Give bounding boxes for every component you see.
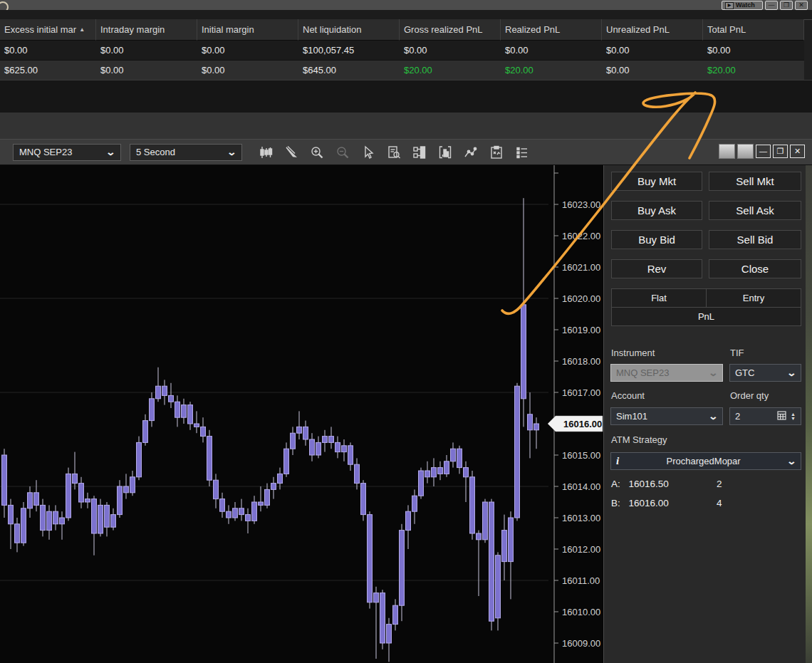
close-button[interactable]: ✕ <box>795 1 808 10</box>
svg-text:16022.00: 16022.00 <box>562 231 600 241</box>
reverse-button[interactable]: Rev <box>611 259 702 278</box>
object-list-icon[interactable] <box>514 145 530 160</box>
cell: $0.00 <box>0 41 96 61</box>
svg-text:16016.00: 16016.00 <box>563 419 602 429</box>
chart-restore-button[interactable]: ❐ <box>773 145 788 158</box>
cell: $0.00 <box>96 41 197 61</box>
stepper-down-icon[interactable]: ▼ <box>791 417 796 421</box>
watch-label: Watch <box>736 1 755 9</box>
cell: $0.00 <box>400 41 501 61</box>
cell: $0.00 <box>501 41 602 61</box>
ask-quote-row: A: 16016.50 2 <box>611 479 669 489</box>
properties-icon[interactable] <box>489 145 504 160</box>
svg-text:16023.00: 16023.00 <box>562 199 600 210</box>
account-row[interactable]: $625.00 $0.00 $0.00 $645.00 $20.00 $20.0… <box>0 61 804 80</box>
svg-text:16014.00: 16014.00 <box>562 481 600 492</box>
column-header-initial-margin[interactable]: Initial margin <box>197 19 298 41</box>
minimize-button[interactable]: — <box>765 1 778 10</box>
cell: $0.00 <box>703 41 804 61</box>
sell-market-button[interactable]: Sell Mkt <box>709 172 801 191</box>
column-header-excess-initial-margin[interactable]: Excess initial mar ▲ <box>0 19 96 41</box>
zoom-in-icon[interactable] <box>309 145 325 160</box>
buy-bid-button[interactable]: Buy Bid <box>611 230 702 249</box>
ask-prefix: A: <box>611 479 620 489</box>
app-icon <box>0 1 9 10</box>
ask-size: 2 <box>717 479 722 489</box>
instrument-dropdown[interactable]: MNQ SEP23⌄ <box>13 144 121 161</box>
buy-ask-button[interactable]: Buy Ask <box>611 201 702 220</box>
svg-text:16009.00: 16009.00 <box>562 638 600 649</box>
buy-market-button[interactable]: Buy Mkt <box>611 172 702 191</box>
panel-instrument-dropdown: MNQ SEP23⌄ <box>610 364 723 382</box>
close-position-button[interactable]: Close <box>709 259 801 278</box>
account-dropdown[interactable]: Sim101⌄ <box>610 407 723 425</box>
cell: $645.00 <box>298 61 400 80</box>
chevron-down-icon: ⌄ <box>708 413 718 420</box>
instrument-label: Instrument <box>611 348 655 358</box>
cell: $0.00 <box>96 61 197 80</box>
panel-swatch-button[interactable] <box>719 144 735 159</box>
desktop-wallpaper-edge <box>806 165 812 663</box>
trading-app-window: ▶ Watch — ❐ ✕ Excess initial mar ▲ Intra… <box>0 0 812 663</box>
panel-swatch-button[interactable] <box>737 144 754 159</box>
window-titlebar: ▶ Watch — ❐ ✕ <box>0 0 812 10</box>
svg-text:16015.00: 16015.00 <box>562 450 600 461</box>
cell: $0.00 <box>197 61 298 80</box>
window-edge-strip <box>0 10 812 20</box>
data-box-icon[interactable] <box>386 145 402 160</box>
indicators-icon[interactable] <box>412 145 427 160</box>
chevron-down-icon: ⌄ <box>227 149 236 156</box>
svg-text:16018.00: 16018.00 <box>562 356 600 367</box>
atm-strategy-dropdown[interactable]: i ProchargedMopar ⌄ <box>610 452 801 470</box>
qty-stepper[interactable]: ▲▼ <box>791 412 796 421</box>
cell: $20.00 <box>703 61 804 80</box>
entry-indicator[interactable]: Entry <box>706 288 801 308</box>
pnl-display[interactable]: PnL <box>611 307 801 326</box>
sell-bid-button[interactable]: Sell Bid <box>709 230 801 249</box>
column-header-total-pnl[interactable]: Total PnL <box>703 19 804 41</box>
chevron-down-icon: ⌄ <box>105 149 115 156</box>
flat-indicator[interactable]: Flat <box>611 288 707 308</box>
chart-close-button[interactable]: ✕ <box>790 145 805 158</box>
candlestick-chart-canvas[interactable]: 16023.0016022.0016021.0016020.0016019.00… <box>0 165 604 663</box>
account-label: Account <box>611 390 645 401</box>
accounts-table: Excess initial mar ▲ Intraday margin Ini… <box>0 19 804 80</box>
chart-trader-panel: Buy Mkt Sell Mkt Buy Ask Sell Ask Buy Bi… <box>604 165 806 663</box>
draw-tools-icon[interactable] <box>283 145 299 160</box>
column-header-net-liquidation[interactable]: Net liquidation <box>298 19 400 41</box>
calculator-icon[interactable] <box>777 411 786 422</box>
column-header-intraday-margin[interactable]: Intraday margin <box>96 19 197 41</box>
maximize-button[interactable]: ❐ <box>780 1 793 10</box>
tif-label: TIF <box>730 348 744 358</box>
column-header-unrealized-pnl[interactable]: Unrealized PnL <box>602 19 703 41</box>
price-chart[interactable]: 16023.0016022.0016021.0016020.0016019.00… <box>0 165 604 663</box>
column-header-realized-pnl[interactable]: Realized PnL <box>501 19 602 41</box>
svg-text:16013.00: 16013.00 <box>562 513 600 523</box>
column-header-gross-realized-pnl[interactable]: Gross realized PnL <box>400 19 501 41</box>
atm-strategy-label: ATM Strategy <box>611 434 667 445</box>
interval-dropdown[interactable]: 5 Second⌄ <box>130 144 242 161</box>
chart-style-icon[interactable] <box>258 145 274 160</box>
bid-prefix: B: <box>611 498 620 508</box>
svg-text:16012.00: 16012.00 <box>562 544 600 555</box>
order-qty-label: Order qty <box>730 390 769 401</box>
chart-minimize-button[interactable]: — <box>756 145 771 158</box>
svg-text:16020.00: 16020.00 <box>562 293 600 304</box>
tif-dropdown[interactable]: GTC⌄ <box>729 364 801 382</box>
sell-ask-button[interactable]: Sell Ask <box>709 201 801 220</box>
account-row[interactable]: $0.00 $0.00 $0.00 $100,057.45 $0.00 $0.0… <box>0 41 804 61</box>
strategies-icon[interactable] <box>463 145 479 160</box>
order-qty-input[interactable]: 2 ▲▼ <box>729 407 801 425</box>
svg-text:16011.00: 16011.00 <box>562 575 600 586</box>
cell: $0.00 <box>602 61 703 80</box>
play-icon: ▶ <box>725 2 734 9</box>
watch-button[interactable]: ▶ Watch <box>722 1 763 10</box>
chevron-down-icon: ⌄ <box>786 370 796 377</box>
svg-text:16017.00: 16017.00 <box>562 387 600 398</box>
cell: $0.00 <box>197 41 298 61</box>
cursor-icon[interactable] <box>360 145 376 160</box>
chart-trader-icon[interactable] <box>437 145 453 160</box>
bid-quote-row: B: 16016.00 4 <box>611 498 669 508</box>
ask-price: 16016.50 <box>629 479 669 489</box>
svg-text:16021.00: 16021.00 <box>562 262 600 273</box>
